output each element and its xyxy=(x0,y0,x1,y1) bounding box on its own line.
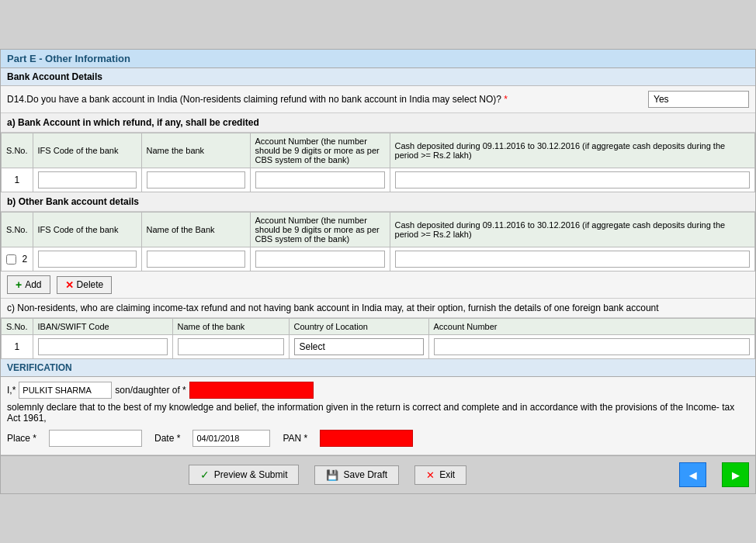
table-a-sno-1: 1 xyxy=(2,168,33,192)
table-a-cash-input-1[interactable] xyxy=(395,171,750,188)
table-a-ifs-input-1[interactable] xyxy=(38,171,137,188)
table-b: S.No. IFS Code of the bank Name of the B… xyxy=(1,212,755,272)
table-c-iban-1[interactable] xyxy=(33,335,172,359)
part-e-header: Part E - Other Information xyxy=(1,50,755,68)
table-c-account-1[interactable] xyxy=(428,335,754,359)
d14-select[interactable]: Yes No xyxy=(648,91,749,108)
table-c-name-1[interactable] xyxy=(172,335,289,359)
section-b-label: b) Other Bank account details xyxy=(1,192,755,212)
table-row: 1 Select xyxy=(2,335,755,359)
table-b-header-cash: Cash deposited during 09.11.2016 to 30.1… xyxy=(390,213,754,247)
table-a-account-input-1[interactable] xyxy=(255,171,385,188)
table-b-checkbox-2[interactable] xyxy=(6,254,16,265)
table-b-header-sno: S.No. xyxy=(2,213,33,247)
verification-prefix: I,* xyxy=(7,385,16,396)
save-draft-button[interactable]: 💾 Save Draft xyxy=(314,465,399,485)
footer-nav: ◀ ▶ xyxy=(679,462,749,487)
verification-mid-text: son/daughter of * xyxy=(115,385,186,396)
place-date-row: Place * Date * PAN * xyxy=(7,427,749,450)
date-label: Date * xyxy=(154,433,180,444)
table-c-header-name: Name of the bank xyxy=(172,319,289,335)
verification-suffix-text: solemnly declare that to the best of my … xyxy=(7,402,749,424)
verification-parent-input[interactable] xyxy=(189,382,314,399)
x-icon: ✕ xyxy=(65,279,74,291)
verification-header: VERIFICATION xyxy=(1,359,755,377)
table-b-account-input-2[interactable] xyxy=(255,251,385,268)
table-b-ifs-input-2[interactable] xyxy=(38,251,137,268)
table-a-header-account: Account Number (the number should be 9 d… xyxy=(250,133,390,168)
checkmark-icon: ✓ xyxy=(200,469,210,481)
add-button-label: Add xyxy=(25,279,41,290)
table-a: S.No. IFS Code of the bank Name the bank… xyxy=(1,133,755,192)
exit-button[interactable]: ✕ Exit xyxy=(414,465,466,485)
table-c-header-sno: S.No. xyxy=(2,319,33,335)
forward-button[interactable]: ▶ xyxy=(722,462,749,487)
table-c-sno-1: 1 xyxy=(2,335,33,359)
add-button[interactable]: + Add xyxy=(7,275,50,294)
d14-required-star: * xyxy=(504,94,508,105)
table-c-country-select-1[interactable]: Select xyxy=(294,338,424,355)
table-a-header-ifs: IFS Code of the bank xyxy=(33,133,141,168)
table-c-country-1[interactable]: Select xyxy=(289,335,428,359)
table-b-cash-input-2[interactable] xyxy=(395,251,750,268)
table-b-ifs-2[interactable] xyxy=(33,247,141,272)
back-button[interactable]: ◀ xyxy=(679,462,706,487)
footer-center: ✓ Preview & Submit 💾 Save Draft ✕ Exit xyxy=(7,465,648,485)
preview-submit-label: Preview & Submit xyxy=(214,469,288,480)
table-b-header-account: Account Number (the number should be 9 d… xyxy=(250,213,390,247)
verification-row-1: I,* son/daughter of * solemnly declare t… xyxy=(7,382,749,424)
table-b-header-ifs: IFS Code of the bank xyxy=(33,213,141,247)
table-a-header-cash: Cash deposited during 09.11.2016 to 30.1… xyxy=(390,133,754,168)
table-a-header-sno: S.No. xyxy=(2,133,33,168)
table-a-account-1[interactable] xyxy=(250,168,390,192)
table-c-iban-input-1[interactable] xyxy=(38,338,168,355)
table-a-name-input-1[interactable] xyxy=(147,171,245,188)
date-input[interactable] xyxy=(192,430,270,447)
pan-input[interactable] xyxy=(320,430,413,447)
forward-icon: ▶ xyxy=(732,470,739,481)
table-b-header-name: Name of the Bank xyxy=(141,213,250,247)
verification-section: I,* son/daughter of * solemnly declare t… xyxy=(1,377,755,455)
delete-button[interactable]: ✕ Delete xyxy=(57,276,113,294)
table-b-account-2[interactable] xyxy=(250,247,390,272)
place-input[interactable] xyxy=(49,430,142,447)
table-b-name-input-2[interactable] xyxy=(147,251,245,268)
table-b-cash-2[interactable] xyxy=(390,247,754,272)
delete-button-label: Delete xyxy=(77,279,104,290)
save-draft-label: Save Draft xyxy=(343,469,387,480)
footer-bar: ✓ Preview & Submit 💾 Save Draft ✕ Exit ◀… xyxy=(1,455,755,493)
table-row: 2 xyxy=(2,247,755,272)
table-c-header-iban: IBAN/SWIFT Code xyxy=(33,319,172,335)
pan-label: PAN * xyxy=(283,433,307,444)
bank-account-header: Bank Account Details xyxy=(1,68,755,86)
d14-select-wrap[interactable]: Yes No xyxy=(648,91,749,108)
place-label: Place * xyxy=(7,433,36,444)
verification-name-input[interactable] xyxy=(19,382,112,399)
table-a-ifs-1[interactable] xyxy=(33,168,141,192)
back-icon: ◀ xyxy=(689,470,696,481)
add-delete-row: + Add ✕ Delete xyxy=(1,272,755,299)
d14-question-text: D14.Do you have a bank account in India … xyxy=(7,94,648,105)
exit-icon: ✕ xyxy=(426,469,435,481)
exit-label: Exit xyxy=(439,469,455,480)
table-b-name-2[interactable] xyxy=(141,247,250,272)
table-a-name-1[interactable] xyxy=(141,168,250,192)
save-icon: 💾 xyxy=(326,469,338,481)
table-c: S.No. IBAN/SWIFT Code Name of the bank C… xyxy=(1,318,755,359)
table-b-sno-2: 2 xyxy=(2,247,33,272)
table-c-account-input-1[interactable] xyxy=(434,338,750,355)
table-c-name-input-1[interactable] xyxy=(178,338,284,355)
table-a-cash-1[interactable] xyxy=(390,168,754,192)
table-a-header-name: Name the bank xyxy=(141,133,250,168)
table-c-header-account: Account Number xyxy=(428,319,754,335)
section-c-note: c) Non-residents, who are claiming incom… xyxy=(1,299,755,318)
plus-icon: + xyxy=(16,278,22,291)
preview-submit-button[interactable]: ✓ Preview & Submit xyxy=(189,465,300,485)
d14-question-row: D14.Do you have a bank account in India … xyxy=(1,86,755,113)
table-c-header-country: Country of Location xyxy=(289,319,428,335)
section-a-label: a) Bank Account in which refund, if any,… xyxy=(1,113,755,133)
table-row: 1 xyxy=(2,168,755,192)
